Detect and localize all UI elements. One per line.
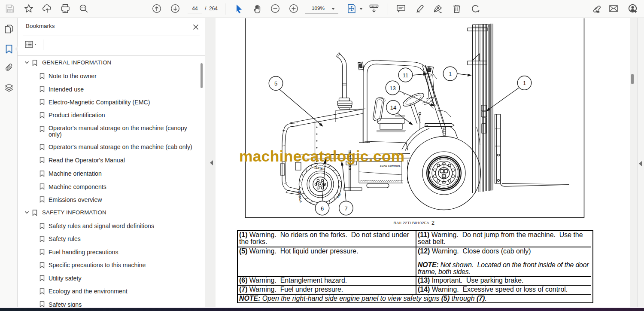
svg-text:machinecatalogic.com: machinecatalogic.com bbox=[239, 148, 405, 165]
svg-text:TRA-WALL: TRA-WALL bbox=[297, 189, 303, 204]
svg-text:5: 5 bbox=[274, 80, 277, 87]
svg-text:12X16.5: 12X16.5 bbox=[314, 166, 325, 171]
svg-text:RAIL22TLB0102FA: RAIL22TLB0102FA bbox=[393, 221, 429, 225]
svg-text:2: 2 bbox=[431, 220, 434, 226]
svg-text:1: 1 bbox=[523, 80, 526, 86]
svg-text:13: 13 bbox=[389, 85, 395, 91]
svg-text:6AK: 6AK bbox=[336, 192, 342, 198]
svg-text:6: 6 bbox=[321, 205, 324, 212]
svg-text:11: 11 bbox=[403, 72, 409, 79]
svg-text:14: 14 bbox=[390, 104, 396, 111]
svg-text:7: 7 bbox=[344, 205, 347, 212]
svg-text:1: 1 bbox=[449, 71, 452, 77]
